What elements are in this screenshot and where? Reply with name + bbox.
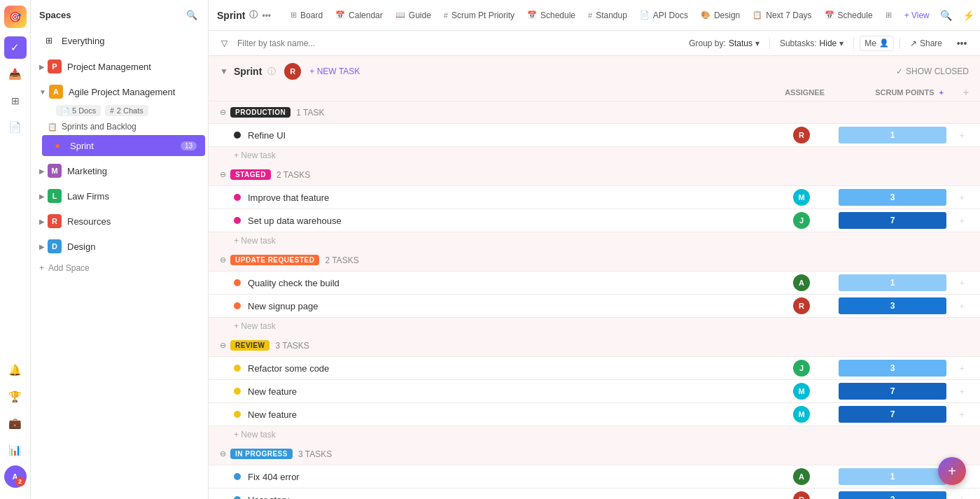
group-production-collapse[interactable]: ⊖ [220, 108, 226, 117]
sprint-more-icon[interactable]: ••• [262, 10, 271, 20]
lightning-button[interactable]: ⚡ [959, 6, 979, 25]
task-add-icon[interactable]: + [955, 299, 969, 313]
subtasks-option[interactable]: Subtasks: Hide ▾ [776, 36, 848, 50]
filter-button[interactable]: ▽ [217, 36, 232, 50]
task-row[interactable]: Refine UI R 1 + [209, 124, 980, 147]
marketing-chevron: ▶ [39, 167, 45, 175]
inbox-nav-icon[interactable]: 📥 [4, 63, 27, 85]
task-row[interactable]: New signup page R 3 + [209, 295, 980, 318]
tab-grid[interactable]: ⊞ [880, 7, 897, 23]
tab-calendar[interactable]: 📅 Calendar [330, 7, 388, 24]
sprint-header: ▼ Sprint ⓘ R + NEW TASK ✓ SHOW CLOSED [209, 56, 980, 84]
task-row[interactable]: Set up data warehouse J 7 + [209, 209, 980, 232]
new-task-row-update-requested[interactable]: + New task [209, 318, 980, 335]
chats-chip[interactable]: # 2 Chats [105, 105, 148, 116]
add-view-button[interactable]: + View [899, 7, 935, 24]
task-row[interactable]: Quality check the build A 1 + [209, 272, 980, 295]
status-group-header-review[interactable]: ⊖ REVIEW 3 TASKS [209, 335, 980, 357]
tab-api-docs[interactable]: 📄 API Docs [634, 7, 694, 24]
docs-chip-label: 5 Docs [72, 106, 96, 115]
sidebar-group-lawfirms-header[interactable]: ▶ L Law Firms [34, 185, 205, 206]
sidebar-item-sprints-backlog[interactable]: 📋 Sprints and Backlog [42, 119, 205, 134]
docs-chip[interactable]: 📄 5 Docs [56, 105, 101, 116]
me-filter-button[interactable]: Me 👤 [860, 36, 894, 51]
new-task-label[interactable]: + New task [209, 147, 980, 164]
tab-schedule[interactable]: 📅 Schedule [522, 7, 581, 24]
logo-button[interactable]: 🎯 [4, 6, 27, 28]
task-add-icon[interactable]: + [955, 128, 969, 142]
sprint-info-icon[interactable]: ⓘ [249, 9, 258, 21]
tab-schedule-2[interactable]: 📅 Schedule [819, 7, 878, 24]
task-row[interactable]: User story R 3 + [209, 489, 980, 500]
sidebar-group-design-header[interactable]: ▶ D Design [34, 236, 205, 257]
group-by-option[interactable]: Group by: Status ▾ [685, 36, 764, 50]
sidebar-search-button[interactable]: 🔍 [184, 7, 200, 22]
notifications-icon[interactable]: 🔔 [4, 359, 27, 381]
sidebar-group-agile-header[interactable]: ▼ A Agile Project Management [34, 81, 205, 102]
status-group-header-staged[interactable]: ⊖ STAGED 2 TASKS [209, 164, 980, 186]
group-review-collapse[interactable]: ⊖ [220, 341, 226, 350]
sidebar-group-marketing-header[interactable]: ▶ M Marketing [34, 160, 205, 181]
task-row[interactable]: New feature M 7 + [209, 403, 980, 426]
new-task-row-staged[interactable]: + New task [209, 232, 980, 250]
reports-icon[interactable]: 📊 [4, 439, 27, 461]
search-button[interactable]: 🔍 [937, 6, 956, 25]
sprint-section-info-icon[interactable]: ⓘ [267, 66, 276, 78]
board-tab-label: Board [300, 10, 323, 20]
task-dot [234, 302, 241, 309]
share-button[interactable]: ↗ Share [906, 36, 946, 50]
new-task-label[interactable]: + New task [209, 318, 980, 335]
status-group-header-in-progress[interactable]: ⊖ IN PROGRESS 3 TASKS [209, 443, 980, 465]
show-closed-button[interactable]: ✓ SHOW CLOSED [896, 66, 969, 76]
status-group-header-production[interactable]: ⊖ PRODUCTION 1 TASK [209, 101, 980, 124]
add-column-header[interactable]: + [952, 84, 980, 101]
more-options-button[interactable]: ••• [952, 34, 972, 53]
task-add-icon[interactable]: + [955, 190, 969, 204]
new-task-button[interactable]: + NEW TASK [309, 66, 360, 76]
fab-button[interactable]: + [938, 457, 966, 485]
task-row[interactable]: Fix 404 error A 1 + [209, 465, 980, 489]
apps-nav-icon[interactable]: ⊞ [4, 90, 27, 112]
new-task-row-production[interactable]: + New task [209, 147, 980, 164]
goals-icon[interactable]: 🏆 [4, 386, 27, 408]
task-row[interactable]: Refactor some code J 3 + [209, 357, 980, 380]
filter-input[interactable] [237, 38, 679, 48]
tab-standup[interactable]: # Standup [582, 7, 633, 24]
status-group-header-update-requested[interactable]: ⊖ UPDATE REQUESTED 2 TASKS [209, 249, 980, 272]
sidebar-group-pm-header[interactable]: ▶ P Project Management [34, 56, 205, 77]
group-staged-collapse[interactable]: ⊖ [220, 170, 226, 179]
tab-scrum-priority[interactable]: # Scrum Pt Priority [438, 7, 520, 24]
docs-nav-icon[interactable]: 📄 [4, 116, 27, 139]
apidocs-tab-icon: 📄 [640, 10, 650, 20]
task-name: Refactor some code [248, 363, 329, 374]
new-task-label[interactable]: + New task [209, 232, 980, 250]
scrum-plus-icon[interactable]: + [939, 88, 944, 97]
task-row[interactable]: New feature M 7 + [209, 380, 980, 403]
task-add-icon[interactable]: + [955, 276, 969, 290]
tab-board[interactable]: ⊞ Board [285, 7, 328, 24]
tab-next7days[interactable]: 📋 Next 7 Days [747, 7, 817, 24]
task-row[interactable]: Improve that feature M 3 + [209, 186, 980, 209]
group-in-progress-collapse[interactable]: ⊖ [220, 449, 226, 458]
tab-design[interactable]: 🎨 Design [695, 7, 746, 24]
tasks-nav-icon[interactable]: ✓ [4, 36, 27, 59]
status-count-review: 3 TASKS [275, 341, 309, 351]
task-add-icon[interactable]: + [955, 407, 969, 421]
add-space-button[interactable]: + Add Space [31, 259, 208, 277]
sidebar-item-sprint[interactable]: ● Sprint 13 [42, 135, 205, 156]
task-add-icon[interactable]: + [955, 213, 969, 227]
task-add-icon[interactable]: + [955, 384, 969, 398]
sidebar-item-everything[interactable]: ⊞ Everything [34, 30, 205, 51]
task-scrum-cell: 7 [833, 380, 952, 403]
docs-chip-icon: 📄 [61, 107, 69, 115]
user-avatar[interactable]: A 2 [4, 465, 27, 488]
sprint-collapse-icon[interactable]: ▼ [220, 66, 228, 76]
group-update-requested-collapse[interactable]: ⊖ [220, 255, 226, 265]
portfolio-icon[interactable]: 💼 [4, 412, 27, 435]
sidebar-group-resources-header[interactable]: ▶ R Resources [34, 211, 205, 232]
task-add-icon[interactable]: + [955, 361, 969, 375]
task-add-icon[interactable]: + [955, 493, 969, 499]
new-task-row-review[interactable]: + New task [209, 426, 980, 444]
new-task-label[interactable]: + New task [209, 426, 980, 444]
tab-guide[interactable]: 📖 Guide [390, 7, 437, 24]
